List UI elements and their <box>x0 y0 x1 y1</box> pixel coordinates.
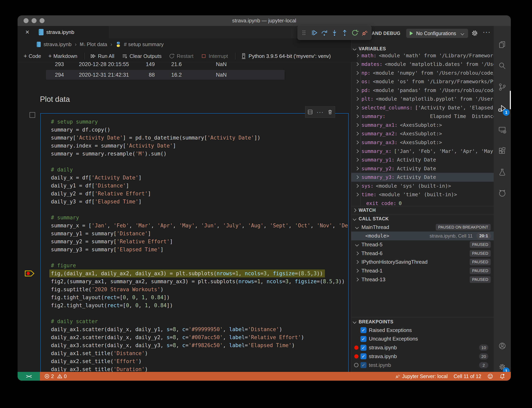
code-line[interactable]: fig.tight_layout(rect=[0, 0, 1, 0.84]) <box>41 293 348 301</box>
section-call-stack[interactable]: CALL STACK <box>351 215 494 222</box>
gear-icon[interactable] <box>471 29 479 37</box>
variable-row[interactable]: selected_columns:['Activity Date', 'Elap… <box>351 103 494 112</box>
code-line[interactable]: fig.suptitle('2020 Strava Workouts') <box>41 285 348 293</box>
callstack-frame-row[interactable]: <module>strava.ipynb, Cell 1120:1 <box>351 231 494 240</box>
callstack-thread-row[interactable]: Thread-13PAUSED <box>351 275 494 284</box>
callstack-thread-row[interactable]: IPythonHistorySavingThreadPAUSED <box>351 258 494 266</box>
code-line[interactable] <box>41 309 348 317</box>
breadcrumb-cell[interactable]: # setup summary <box>124 41 163 48</box>
activity-icon-search[interactable] <box>494 57 511 75</box>
breakpoint-checkbox[interactable]: ✓ <box>360 362 367 368</box>
variable-row[interactable]: mdates:<module 'matplotlib.dates' from '… <box>351 60 494 69</box>
tab-strava-ipynb[interactable]: ✕ strava.ipynb <box>17 26 109 38</box>
notifications-button[interactable] <box>499 373 505 379</box>
variable-row[interactable]: pd:<module 'pandas' from '/Users/roblou/… <box>351 86 494 95</box>
activity-icon-github[interactable] <box>494 185 511 202</box>
variable-row[interactable]: summary_x:['Jan', 'Feb', 'Mar', 'Apr', '… <box>351 147 494 155</box>
code-line[interactable]: daily_y3 = df['Elapsed Time'] <box>41 198 348 206</box>
code-line[interactable] <box>41 254 348 262</box>
code-line[interactable]: summary.index = summary['Activity Date'] <box>41 142 348 150</box>
delete-cell-button[interactable] <box>327 109 333 115</box>
add-code-cell-button[interactable]: +Code <box>24 53 41 60</box>
code-line[interactable]: fig,(daily_ax1, daily_ax2, daily_ax3) = … <box>41 270 348 277</box>
code-line[interactable]: summary['Activity Date'] = pd.to_datetim… <box>41 134 348 142</box>
add-markdown-cell-button[interactable]: +Markdown <box>48 53 77 60</box>
cell-indicator[interactable]: Cell 11 of 12 <box>454 374 481 379</box>
breakpoint-row[interactable]: ✓Uncaught Exceptions <box>351 335 494 343</box>
code-editor[interactable]: # setup summarysummary = df.copy()summar… <box>41 118 348 372</box>
code-line[interactable]: summary_y2 = summary['Relative Effort'] <box>41 238 348 246</box>
code-line[interactable]: daily_ax3.scatter(daily_x, daily_y3, s=8… <box>41 341 348 349</box>
disconnect-button[interactable] <box>360 27 369 38</box>
jupyter-server-status[interactable]: Jupyter Server: local <box>395 374 448 379</box>
variable-row[interactable]: time:<module 'time' (built-in)> <box>351 190 494 199</box>
variable-row[interactable]: os:<module 'os' from '/Library/Framework… <box>351 77 494 86</box>
code-line[interactable]: fig2,(summary_ax1, summary_ax2, summary_… <box>41 277 348 285</box>
code-line[interactable]: daily_y2 = df['Relative Effort'] <box>41 190 348 198</box>
breakpoint-checkbox[interactable]: ✓ <box>360 353 367 359</box>
code-line[interactable]: daily_ax1.scatter(daily_x, daily_y1, s=8… <box>41 325 348 333</box>
code-line[interactable]: summary_x = ['Jan', 'Feb', 'Mar', 'Apr',… <box>41 221 348 230</box>
step-into-button[interactable] <box>330 27 339 38</box>
variable-row[interactable]: summary_y1:Activity Date <box>351 155 494 164</box>
breakpoint-row[interactable]: ✓strava.ipynb20 <box>351 352 494 361</box>
variable-row[interactable]: summary_ax1:<AxesSubplot:> <box>351 120 494 129</box>
callstack-thread-row[interactable]: Thread-5PAUSED <box>351 240 494 249</box>
code-line[interactable]: summary_y3 = summary['Elapsed Time'] <box>41 246 348 254</box>
code-line[interactable] <box>41 206 348 213</box>
step-over-button[interactable] <box>320 27 329 38</box>
continue-button[interactable] <box>310 27 318 38</box>
code-line[interactable]: daily_ax3.set_title('Duration') <box>41 365 348 372</box>
variable-row[interactable]: sys:<module 'sys' (built-in)> <box>351 181 494 190</box>
clear-outputs-button[interactable]: Clear Outputs <box>122 53 162 59</box>
code-line[interactable]: # summary <box>41 213 348 221</box>
code-line[interactable]: # daily <box>41 166 348 174</box>
activity-icon-source-control[interactable] <box>494 78 511 96</box>
restart-button[interactable] <box>351 27 359 38</box>
callstack-thread-row[interactable]: MainThreadPAUSED ON BREAKPOINT <box>351 223 494 231</box>
variable-row[interactable]: np:<module 'numpy' from '/Users/roblou/c… <box>351 68 494 77</box>
breadcrumb-section[interactable]: Plot data <box>87 41 107 48</box>
code-line[interactable]: summary_y1 = summary['Distance'] <box>41 230 348 238</box>
code-line[interactable]: daily_ax2.scatter(daily_x, daily_y2, s=8… <box>41 333 348 341</box>
breakpoint-row[interactable]: ✓strava.ipynb10 <box>351 343 494 352</box>
remote-indicator[interactable]: >< <box>17 372 40 381</box>
breadcrumb-file[interactable]: strava.ipynb <box>43 41 71 48</box>
variable-row[interactable]: _exit_code:0 <box>351 199 494 206</box>
step-out-button[interactable] <box>340 27 349 38</box>
variable-row[interactable]: summary_y3:Activity Date <box>351 173 494 182</box>
code-line[interactable]: daily_y1 = df['Distance'] <box>41 182 348 190</box>
section-watch[interactable]: WATCH <box>351 207 494 213</box>
kernel-picker[interactable]: Python 3.9.5 64-bit ('myvenv': venv) <box>241 53 331 59</box>
callstack-thread-row[interactable]: Thread-1PAUSED <box>351 266 494 275</box>
variable-row[interactable]: math:<module 'math' from '/Library/Frame… <box>351 51 494 60</box>
breakpoint-row[interactable]: ✓test.ipynb2 <box>351 361 494 369</box>
activity-icon-run-debug[interactable]: 1 <box>494 100 511 117</box>
tab-close-icon[interactable]: ✕ <box>25 29 30 35</box>
cell-selection-handle[interactable] <box>30 112 35 118</box>
variable-row[interactable]: summary: Elapsed Time Distance… <box>351 112 494 121</box>
variable-row[interactable]: summary_ax2:<AxesSubplot:> <box>351 129 494 138</box>
code-line[interactable]: fig2.tight_layout(rect=[0, 0, 1, 0.84]) <box>41 301 348 309</box>
problems-status[interactable]: 2 0 <box>44 374 67 379</box>
variable-row[interactable]: summary_ax3:<AxesSubplot:> <box>351 138 494 147</box>
feedback-button[interactable] <box>487 373 493 379</box>
interrupt-kernel-button[interactable]: Interrupt <box>201 53 228 59</box>
code-line[interactable]: daily_ax2.set_title('Effort') <box>41 357 348 365</box>
activity-icon-extensions[interactable] <box>494 142 511 160</box>
activity-icon-explorer[interactable] <box>494 36 511 53</box>
run-all-button[interactable]: Run All <box>90 53 114 59</box>
code-line[interactable]: summary = df.copy() <box>41 126 348 134</box>
breakpoint-checkbox[interactable]: ✓ <box>360 336 367 342</box>
activity-icon-account[interactable] <box>494 337 511 355</box>
restart-kernel-button[interactable]: Restart <box>169 53 194 59</box>
breakpoint-checkbox[interactable]: ✓ <box>360 345 367 351</box>
variable-row[interactable]: summary_y2:Activity Date <box>351 164 494 173</box>
split-cell-button[interactable] <box>307 109 313 115</box>
code-line[interactable]: # figure <box>41 262 348 270</box>
code-line[interactable] <box>41 158 348 166</box>
breakpoint-checkbox[interactable]: ✓ <box>360 327 367 333</box>
code-line[interactable]: # daily scatter <box>41 317 348 325</box>
activity-icon-remote-explorer[interactable] <box>494 121 511 138</box>
panel-more-actions[interactable]: ··· <box>483 28 491 36</box>
